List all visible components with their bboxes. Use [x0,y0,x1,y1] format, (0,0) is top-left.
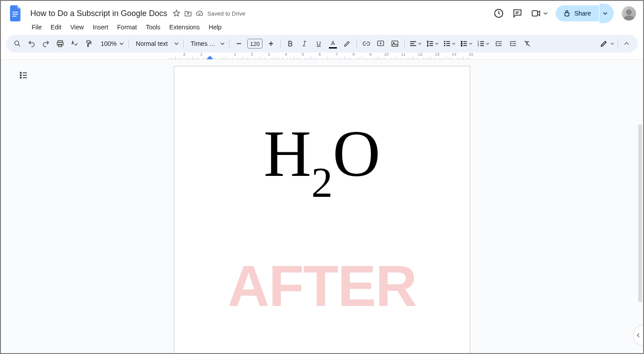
menu-format[interactable]: Format [113,22,141,33]
bullet-list-select[interactable] [458,40,474,48]
checklist-select[interactable] [441,40,457,48]
link-icon[interactable] [360,37,373,50]
menu-help[interactable]: Help [205,22,226,33]
undo-icon[interactable] [25,37,38,50]
menu-edit[interactable]: Edit [47,22,66,33]
italic-icon[interactable] [298,37,311,50]
line-spacing-select[interactable] [424,40,440,48]
docs-logo[interactable] [8,5,24,21]
svg-rect-5 [565,13,569,16]
left-indent-marker[interactable] [207,54,213,60]
menu-view[interactable]: View [66,22,88,33]
spellcheck-icon[interactable] [68,37,81,50]
formula-h: H [264,117,312,190]
save-status: Saved to Drive [207,10,245,17]
increase-indent-icon[interactable] [506,37,520,50]
svg-point-24 [20,77,21,78]
svg-text:3: 3 [477,44,479,47]
outline-toggle-icon[interactable] [19,70,29,82]
share-button[interactable]: Share [556,5,599,21]
document-title[interactable]: How to Do a Subscript in Google Docs [28,8,170,19]
menu-tools[interactable]: Tools [142,22,164,33]
underline-icon[interactable] [312,37,325,50]
menu-extensions[interactable]: Extensions [165,22,204,33]
decrease-indent-icon[interactable] [492,37,505,50]
style-select[interactable]: Normal text [131,40,180,47]
editing-mode-select[interactable] [598,40,616,48]
svg-rect-2 [12,16,16,16]
redo-icon[interactable] [39,37,53,50]
menu-insert[interactable]: Insert [89,22,112,33]
move-icon[interactable] [184,9,192,17]
ruler[interactable] [1,53,643,60]
svg-rect-1 [12,14,18,15]
share-dropdown[interactable] [599,4,614,23]
vertical-scrollbar[interactable] [638,124,642,302]
toolbar: 100% Normal text Times … 120 [6,35,638,53]
share-label: Share [574,10,591,17]
font-size-input[interactable]: 120 [247,39,263,49]
clear-formatting-icon[interactable] [521,37,534,50]
bold-icon[interactable] [283,37,297,50]
style-value: Normal text [133,40,171,47]
svg-rect-13 [392,41,398,46]
print-icon[interactable] [53,37,67,50]
svg-point-6 [626,9,632,15]
numbered-list-select[interactable]: 123 [475,40,491,48]
svg-point-23 [20,75,21,76]
decrease-font-icon[interactable] [232,37,246,50]
right-indent-marker[interactable] [420,57,425,60]
comments-icon[interactable] [512,8,523,19]
formula-o: O [333,117,381,190]
increase-font-icon[interactable] [264,37,278,50]
font-value: Times … [188,40,218,47]
align-select[interactable] [407,40,423,48]
svg-point-15 [461,41,462,42]
formula-subscript-2: 2 [312,159,333,206]
highlight-icon[interactable] [340,37,354,50]
add-comment-icon[interactable] [374,37,387,50]
svg-point-17 [461,45,462,46]
zoom-value: 100% [98,40,119,47]
svg-rect-0 [12,12,18,12]
meet-icon[interactable] [531,8,548,19]
insert-image-icon[interactable] [388,37,402,50]
svg-rect-11 [87,41,90,43]
menu-bar: File Edit View Insert Format Tools Exten… [1,22,643,35]
search-icon[interactable] [11,37,24,50]
svg-point-22 [20,72,21,73]
account-avatar[interactable] [622,6,636,20]
svg-rect-4 [532,11,537,16]
zoom-select[interactable]: 100% [96,40,126,47]
font-select[interactable]: Times … [186,40,226,47]
text-color-icon[interactable] [326,37,340,50]
menu-file[interactable]: File [28,22,46,33]
star-icon[interactable] [172,9,180,17]
collapse-toolbar-icon[interactable] [620,37,633,50]
document-content-formula[interactable]: H2O [210,124,434,195]
document-page[interactable]: H2O AFTER [174,66,470,354]
cloud-saved-icon[interactable]: Saved to Drive [196,9,245,17]
paint-format-icon[interactable] [82,37,95,50]
overlay-text: AFTER [210,252,434,319]
svg-point-16 [461,43,462,44]
history-icon[interactable] [493,8,504,19]
svg-point-7 [15,41,19,45]
